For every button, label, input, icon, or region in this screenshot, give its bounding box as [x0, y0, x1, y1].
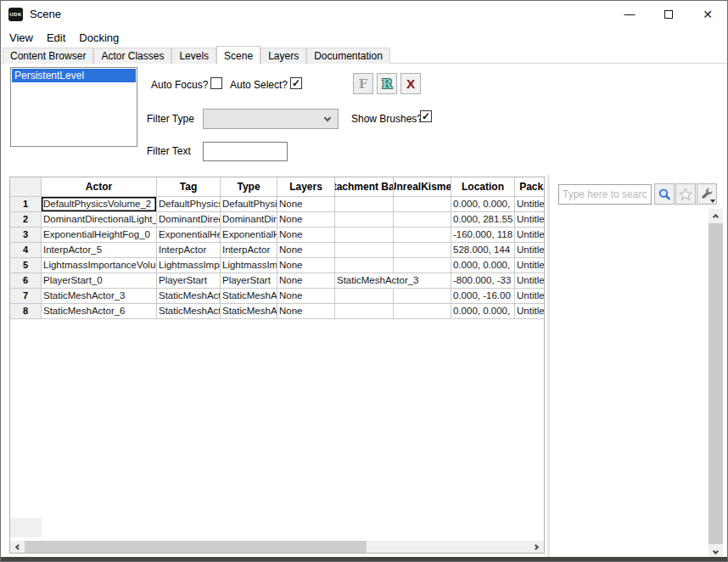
- cell-actor[interactable]: StaticMeshActor_6: [42, 304, 157, 319]
- column-header-layers[interactable]: Layers: [277, 177, 335, 197]
- cell-tag[interactable]: StaticMeshActor: [157, 304, 221, 319]
- cell-package[interactable]: Untitled: [515, 212, 545, 228]
- cell-package[interactable]: Untitled: [515, 273, 545, 289]
- cell-layers[interactable]: None: [277, 197, 335, 212]
- column-header-location[interactable]: Location: [451, 177, 515, 197]
- column-header-type[interactable]: Type: [221, 177, 277, 197]
- list-item-persistent-level[interactable]: PersistentLevel: [12, 69, 136, 82]
- cell-kismet[interactable]: [394, 289, 451, 304]
- cell-actor[interactable]: DefaultPhysicsVolume_2: [42, 197, 157, 212]
- menu-edit[interactable]: Edit: [47, 31, 65, 44]
- filter-text-input[interactable]: [203, 142, 288, 161]
- tab-documentation[interactable]: Documentation: [306, 48, 390, 64]
- cell-layers[interactable]: None: [277, 243, 335, 258]
- show-brushes-checkbox[interactable]: ✓: [420, 110, 432, 122]
- horizontal-scrollbar[interactable]: [10, 541, 544, 553]
- cell-package[interactable]: Untitled: [515, 228, 545, 243]
- cell-kismet[interactable]: [394, 304, 451, 319]
- scroll-right-button[interactable]: [529, 541, 544, 553]
- cell-tag[interactable]: DominantDirectionalLight: [157, 212, 221, 228]
- filter-type-dropdown[interactable]: [203, 109, 339, 129]
- cell-attachment[interactable]: StaticMeshActor_3: [335, 273, 394, 289]
- scroll-left-button[interactable]: [10, 541, 25, 553]
- cell-tag[interactable]: InterpActor: [157, 243, 221, 258]
- cell-actor[interactable]: StaticMeshActor_3: [42, 289, 157, 304]
- cell-location[interactable]: 0.000, 0.000,: [451, 258, 515, 273]
- cell-actor[interactable]: PlayerStart_0: [42, 273, 157, 289]
- cell-package[interactable]: Untitled: [515, 304, 545, 319]
- cell-location[interactable]: 0.000, -16.00: [451, 289, 515, 304]
- scroll-up-button[interactable]: [708, 209, 723, 222]
- cell-actor[interactable]: LightmassImportanceVolume: [42, 258, 157, 273]
- cell-type[interactable]: PlayerStart: [221, 273, 277, 289]
- auto-select-checkbox[interactable]: ✓: [290, 77, 302, 89]
- cell-package[interactable]: Untitled: [515, 243, 545, 258]
- cell-tag[interactable]: StaticMeshActor: [157, 289, 221, 304]
- tab-actor-classes[interactable]: Actor Classes: [93, 48, 171, 64]
- cell-tag[interactable]: PlayerStart: [157, 273, 221, 289]
- cell-attachment[interactable]: [335, 243, 394, 258]
- cell-location[interactable]: 0.000, 0.000,: [451, 304, 515, 319]
- row-number[interactable]: 5: [10, 258, 42, 273]
- column-header-attachment[interactable]: Attachment Base: [335, 177, 394, 197]
- menu-docking[interactable]: Docking: [79, 31, 119, 44]
- cell-location[interactable]: 0.000, 281.55: [451, 212, 515, 228]
- vertical-scrollbar-thumb[interactable]: [708, 223, 723, 544]
- cell-attachment[interactable]: [335, 289, 394, 304]
- tab-levels[interactable]: Levels: [171, 48, 216, 64]
- cell-layers[interactable]: None: [277, 228, 335, 243]
- cell-type[interactable]: DominantDirectionalLight: [221, 212, 277, 228]
- cell-layers[interactable]: None: [277, 273, 335, 289]
- cell-attachment[interactable]: [335, 228, 394, 243]
- cell-location[interactable]: -800.000, -33: [451, 273, 515, 289]
- cell-type[interactable]: LightmassImportanceVolume: [221, 258, 277, 273]
- cell-type[interactable]: ExponentialHeightFog: [221, 228, 277, 243]
- cell-tag[interactable]: LightmassImportanceVolume: [157, 258, 221, 273]
- cell-actor[interactable]: InterpActor_5: [42, 243, 157, 258]
- cell-location[interactable]: -160.000, 118: [451, 228, 515, 243]
- cell-layers[interactable]: None: [277, 212, 335, 228]
- cell-kismet[interactable]: [394, 197, 451, 212]
- search-button[interactable]: [654, 183, 675, 205]
- cell-type[interactable]: DefaultPhysicsVolume: [221, 197, 277, 212]
- cell-attachment[interactable]: [335, 304, 394, 319]
- close-button[interactable]: ✕: [688, 1, 727, 27]
- auto-focus-checkbox[interactable]: [210, 77, 222, 89]
- column-header-tag[interactable]: Tag: [157, 177, 221, 197]
- cell-attachment[interactable]: [335, 212, 394, 228]
- level-listbox[interactable]: PersistentLevel: [10, 67, 137, 147]
- cell-type[interactable]: StaticMeshActor: [221, 289, 277, 304]
- cell-kismet[interactable]: [394, 258, 451, 273]
- search-input[interactable]: [558, 184, 652, 205]
- cell-type[interactable]: StaticMeshActor: [221, 304, 277, 319]
- focus-button[interactable]: F: [353, 73, 373, 94]
- cell-tag[interactable]: ExponentialHeightFog: [157, 228, 221, 243]
- cell-tag[interactable]: DefaultPhysicsVolume: [157, 197, 221, 212]
- cell-package[interactable]: Untitled: [515, 289, 545, 304]
- cell-layers[interactable]: None: [277, 304, 335, 319]
- maximize-button[interactable]: [649, 1, 688, 27]
- cell-package[interactable]: Untitled: [515, 197, 545, 212]
- cell-actor[interactable]: DominantDirectionalLight_0: [42, 212, 157, 228]
- cell-attachment[interactable]: [335, 197, 394, 212]
- row-number[interactable]: 7: [10, 289, 42, 304]
- vertical-scrollbar[interactable]: [708, 209, 723, 559]
- tab-content-browser[interactable]: Content Browser: [3, 48, 93, 64]
- row-number[interactable]: 2: [10, 212, 42, 228]
- row-number[interactable]: 3: [10, 228, 42, 243]
- cell-kismet[interactable]: [394, 228, 451, 243]
- column-header-actor[interactable]: Actor: [42, 177, 157, 197]
- panel-splitter[interactable]: [547, 175, 550, 557]
- cell-kismet[interactable]: [394, 243, 451, 258]
- row-number[interactable]: 4: [10, 243, 42, 258]
- refresh-button[interactable]: R: [377, 73, 397, 94]
- cell-location[interactable]: 528.000, 144: [451, 243, 515, 258]
- cell-location[interactable]: 0.000, 0.000,: [451, 197, 515, 212]
- row-number[interactable]: 8: [10, 304, 42, 319]
- column-header-kismet[interactable]: UnrealKismet: [394, 177, 451, 197]
- search-options-button[interactable]: [697, 183, 717, 205]
- cell-layers[interactable]: None: [277, 258, 335, 273]
- menu-view[interactable]: View: [9, 31, 33, 44]
- cell-type[interactable]: InterpActor: [221, 243, 277, 258]
- cell-layers[interactable]: None: [277, 289, 335, 304]
